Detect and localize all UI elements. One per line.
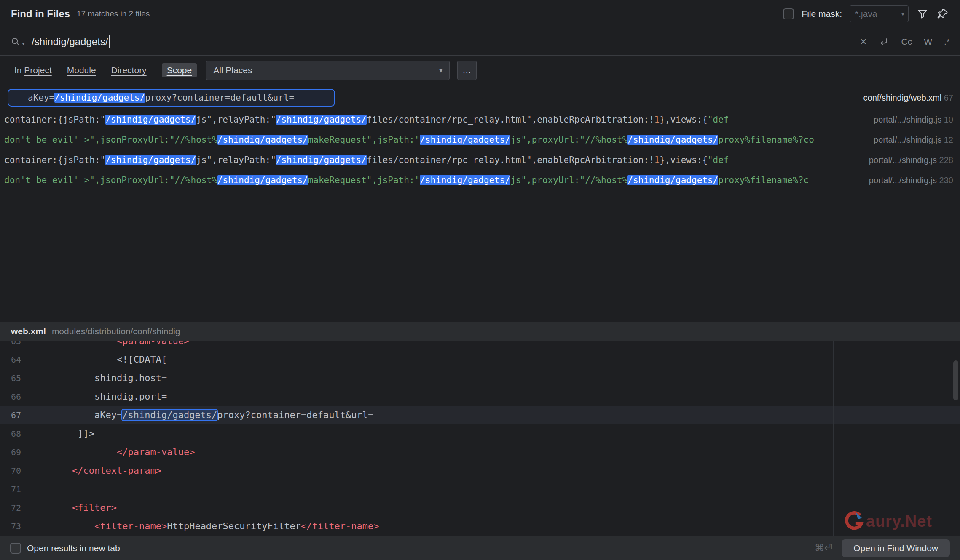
open-results-new-tab-checkbox[interactable] — [10, 543, 21, 554]
line-number: 73 — [0, 517, 21, 536]
results-list: aKey=/shindig/gadgets/proxy?container=de… — [0, 85, 960, 322]
scope-row: In ProjectModuleDirectoryScope All Place… — [0, 56, 960, 85]
line-number: 63 — [0, 341, 21, 350]
editor-lines: 63 <param-value>64 <![CDATA[65 shindig.h… — [0, 341, 960, 536]
text-segment — [50, 354, 117, 365]
match-highlight: /shindig/gadgets/ — [54, 93, 145, 103]
text-segment: aKey= — [50, 410, 122, 420]
filter-icon[interactable] — [916, 8, 929, 20]
text-segment: proxy?container=default&url= — [145, 93, 294, 103]
editor-line[interactable]: 64 <![CDATA[ — [0, 350, 960, 369]
result-location: portal/.../shindig.js 230 — [863, 176, 953, 185]
result-row[interactable]: container:{jsPath:"/shindig/gadgets/js",… — [0, 150, 960, 170]
watermark: aury.Net — [843, 510, 932, 532]
pin-icon[interactable] — [936, 8, 949, 20]
editor-line[interactable]: 73 <filter-name>HttpHeaderSecurityFilter… — [0, 517, 960, 536]
result-text: aKey=/shindig/gadgets/proxy?container=de… — [8, 89, 335, 107]
result-row[interactable]: don't be evil' >",jsonProxyUrl:"//%host%… — [0, 170, 960, 190]
scope-tab-project[interactable]: In Project — [14, 65, 52, 75]
preview-file-name: web.xml — [11, 326, 46, 336]
editor-line[interactable]: 72 <filter> — [0, 499, 960, 517]
text-segment: js",relayPath:" — [196, 115, 276, 125]
text-segment: </context-param> — [72, 465, 161, 476]
code-text — [21, 480, 50, 499]
open-results-new-tab-label: Open results in new tab — [27, 543, 120, 553]
dialog-header: Find in Files 17 matches in 2 files File… — [0, 0, 960, 28]
file-mask-select[interactable]: *.java ▾ — [850, 5, 909, 22]
match-case-toggle[interactable]: Cc — [901, 37, 912, 47]
editor-line[interactable]: 69 </param-value> — [0, 443, 960, 461]
result-location: portal/.../shindig.js 228 — [863, 155, 953, 165]
text-segment: },views:{ — [660, 115, 708, 125]
editor-line[interactable]: 66 shindig.port= — [0, 387, 960, 406]
chevron-down-icon: ▾ — [22, 40, 25, 47]
text-segment: </filter-name> — [301, 521, 379, 531]
result-row[interactable]: container:{jsPath:"/shindig/gadgets/js",… — [0, 109, 960, 130]
find-in-files-dialog: Find in Files 17 matches in 2 files File… — [0, 0, 960, 560]
dialog-footer: Open results in new tab ⌘⏎ Open in Find … — [0, 536, 960, 560]
line-number: 66 — [0, 387, 21, 406]
text-segment — [50, 447, 117, 457]
text-segment: "def — [708, 115, 729, 125]
line-number: 69 — [0, 443, 21, 461]
text-segment: shindig.host= — [50, 373, 167, 383]
text-segment: 1 — [654, 155, 660, 165]
preview-header: web.xml modules/distribution/conf/shindi… — [0, 322, 960, 341]
search-icon[interactable]: ▾ — [10, 36, 25, 48]
preview-file-path: modules/distribution/conf/shindig — [52, 326, 180, 336]
search-input[interactable]: /shindig/gadgets/ — [32, 36, 108, 48]
editor-line[interactable]: 65 shindig.host= — [0, 369, 960, 387]
file-mask-checkbox[interactable] — [783, 8, 794, 19]
editor-line[interactable]: 67 aKey=/shindig/gadgets/proxy?container… — [0, 406, 960, 424]
clear-icon[interactable]: × — [860, 36, 867, 48]
match-highlight: /shindig/gadgets/ — [217, 175, 308, 185]
scope-tab-scope[interactable]: Scope — [162, 63, 197, 77]
text-caret — [109, 35, 110, 48]
editor-line[interactable]: 68 ]]> — [0, 424, 960, 443]
line-number: 64 — [0, 350, 21, 369]
chevron-down-icon: ▾ — [439, 67, 442, 75]
code-text: <param-value> — [21, 341, 189, 350]
scope-tab-directory[interactable]: Directory — [111, 65, 147, 75]
editor-line[interactable]: 70 </context-param> — [0, 461, 960, 480]
result-row[interactable]: don't be evil' >",jsonProxyUrl:"//%host%… — [0, 130, 960, 150]
words-toggle[interactable]: W — [924, 37, 932, 47]
scope-select[interactable]: All Places ▾ — [206, 61, 450, 80]
chevron-down-icon[interactable]: ▾ — [897, 6, 908, 22]
text-segment: container:{jsPath:" — [4, 155, 105, 165]
result-text: container:{jsPath:"/shindig/gadgets/js",… — [4, 155, 729, 165]
text-segment: <param-value> — [117, 341, 189, 346]
code-text: ]]> — [21, 424, 94, 443]
match-highlight: /shindig/gadgets/ — [627, 175, 718, 185]
code-text: </context-param> — [21, 461, 161, 480]
search-field-actions: × Cc W .* — [860, 36, 950, 48]
editor-scrollbar[interactable] — [953, 360, 958, 400]
code-text: <![CDATA[ — [21, 350, 167, 369]
footer-actions: ⌘⏎ Open in Find Window — [815, 539, 950, 557]
watermark-logo-icon — [843, 510, 865, 532]
editor-preview[interactable]: 63 <param-value>64 <![CDATA[65 shindig.h… — [0, 341, 960, 536]
match-highlight: /shindig/gadgets/ — [217, 135, 308, 145]
file-mask-label: File mask: — [802, 9, 842, 19]
scope-tab-module[interactable]: Module — [67, 65, 96, 75]
text-segment: proxy%filename%?c — [718, 175, 809, 185]
text-segment — [50, 341, 117, 346]
text-segment: aKey= — [28, 93, 54, 103]
result-location: portal/.../shindig.js 10 — [868, 115, 953, 125]
text-segment: HttpHeaderSecurityFilter — [167, 521, 301, 531]
scope-more-button[interactable]: ... — [457, 61, 477, 80]
editor-line[interactable]: 63 <param-value> — [0, 341, 960, 350]
match-highlight: /shindig/gadgets/ — [627, 135, 718, 145]
regex-toggle[interactable]: .* — [944, 37, 950, 47]
match-summary: 17 matches in 2 files — [77, 9, 150, 19]
result-row[interactable]: aKey=/shindig/gadgets/proxy?container=de… — [0, 86, 960, 109]
text-segment: don't be evil' >",jsonProxyUrl:"//%host% — [4, 135, 217, 145]
open-in-find-window-button[interactable]: Open in Find Window — [842, 539, 950, 557]
code-text: <filter-name>HttpHeaderSecurityFilter</f… — [21, 517, 379, 536]
match-highlight: /shindig/gadgets/ — [420, 175, 510, 185]
newline-icon[interactable] — [878, 36, 889, 47]
search-field[interactable]: ▾ /shindig/gadgets/ × Cc W .* — [0, 28, 960, 56]
line-number: 65 — [0, 369, 21, 387]
editor-line[interactable]: 71 — [0, 480, 960, 499]
text-segment: don't be evil' >",jsonProxyUrl:"//%host% — [4, 175, 217, 185]
